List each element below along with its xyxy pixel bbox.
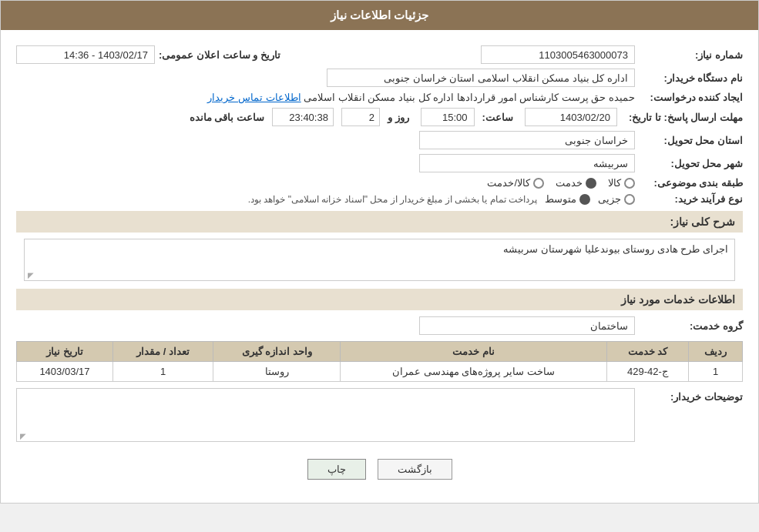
- category-option-goods[interactable]: کالا: [608, 177, 635, 189]
- category-options: کالا خدمت کالا/خدمت: [487, 177, 635, 189]
- response-time-label: ساعت:: [482, 112, 513, 123]
- category-radio-goods: [624, 178, 635, 189]
- delivery-city-label: شهر محل تحویل:: [635, 158, 743, 169]
- table-row: 1 ج-42-429 ساخت سایر پروژه‌های مهندسی عم…: [17, 362, 743, 382]
- cell-service-code: ج-42-429: [606, 362, 688, 382]
- category-option-service[interactable]: خدمت: [556, 177, 596, 189]
- buyer-org-value: اداره کل بنیاد مسکن انقلاب اسلامی استان …: [327, 69, 635, 87]
- buyer-notes-resize-handle: ◤: [18, 432, 26, 440]
- col-header-date: تاریخ نیاز: [17, 342, 113, 362]
- cell-unit: روستا: [213, 362, 341, 382]
- buyer-org-label: نام دستگاه خریدار:: [635, 72, 743, 84]
- announcement-datetime: 1403/02/17 - 14:36: [16, 45, 155, 64]
- col-header-row-num: ردیف: [689, 342, 743, 362]
- purchase-type-radio-partial: [624, 194, 635, 205]
- response-date: 1403/02/20: [525, 108, 617, 126]
- creator-label: ایجاد کننده درخواست:: [635, 92, 743, 103]
- page-title: جزئیات اطلاعات نیاز: [1, 1, 758, 30]
- purchase-type-radio-medium: [579, 194, 590, 205]
- cell-quantity: 1: [113, 362, 213, 382]
- purchase-type-note: پرداخت تمام یا بخشی از مبلغ خریدار از مح…: [248, 194, 537, 205]
- col-header-unit: واحد اندازه گیری: [213, 342, 341, 362]
- category-option-both[interactable]: کالا/خدمت: [487, 177, 544, 189]
- category-radio-both: [533, 178, 544, 189]
- col-header-service-code: کد خدمت: [606, 342, 688, 362]
- purchase-type-medium[interactable]: متوسط: [545, 193, 590, 205]
- response-remaining-label: ساعت باقی مانده: [190, 112, 264, 123]
- col-header-quantity: تعداد / مقدار: [113, 342, 213, 362]
- response-time: 15:00: [421, 108, 475, 126]
- response-deadline-label: مهلت ارسال پاسخ: تا تاریخ:: [621, 112, 743, 123]
- delivery-province-value: خراسان جنوبی: [419, 131, 635, 149]
- general-description-section-header: شرح کلی نیاز:: [16, 211, 743, 233]
- delivery-province-label: استان محل تحویل:: [635, 135, 743, 146]
- purchase-type-label: نوع فرآیند خرید:: [635, 193, 743, 205]
- contact-link[interactable]: اطلاعات تماس خریدار: [207, 92, 301, 103]
- general-description-text: اجرای طرح هادی روستای بیوندعلیا شهرستان …: [503, 243, 728, 255]
- creator-value: حمیده حق پرست کارشناس امور قراردادها ادا…: [304, 92, 635, 103]
- cell-date: 1403/03/17: [17, 362, 113, 382]
- response-days: 2: [341, 108, 380, 126]
- purchase-type-partial[interactable]: جزیی: [598, 193, 635, 205]
- col-header-service-name: نام خدمت: [340, 342, 606, 362]
- buyer-notes-label: توضیحات خریدار:: [635, 388, 743, 403]
- cell-service-name: ساخت سایر پروژه‌های مهندسی عمران: [340, 362, 606, 382]
- response-days-label: روز و: [388, 112, 409, 123]
- services-table: ردیف کد خدمت نام خدمت واحد اندازه گیری ت…: [16, 341, 743, 382]
- services-section-header: اطلاعات خدمات مورد نیاز: [16, 289, 743, 310]
- need-number-label: شماره نیاز:: [635, 49, 743, 61]
- delivery-city-value: سربیشه: [419, 154, 635, 172]
- response-remaining: 23:40:38: [272, 108, 334, 126]
- announcement-datetime-label: تاریخ و ساعت اعلان عمومی:: [159, 49, 280, 61]
- service-group-value: ساختمان: [419, 316, 635, 335]
- back-button[interactable]: بازگشت: [378, 459, 452, 480]
- cell-row-num: 1: [689, 362, 743, 382]
- category-label: طبقه بندی موضوعی:: [635, 177, 743, 189]
- description-resize-handle: ◤: [26, 271, 34, 279]
- need-number-value: 1103005463000073: [481, 45, 635, 64]
- table-header-row: ردیف کد خدمت نام خدمت واحد اندازه گیری ت…: [17, 342, 743, 362]
- service-group-label: گروه خدمت:: [635, 320, 743, 332]
- action-buttons: بازگشت چاپ: [16, 451, 743, 487]
- print-button[interactable]: چاپ: [307, 459, 366, 480]
- category-radio-service: [586, 178, 596, 189]
